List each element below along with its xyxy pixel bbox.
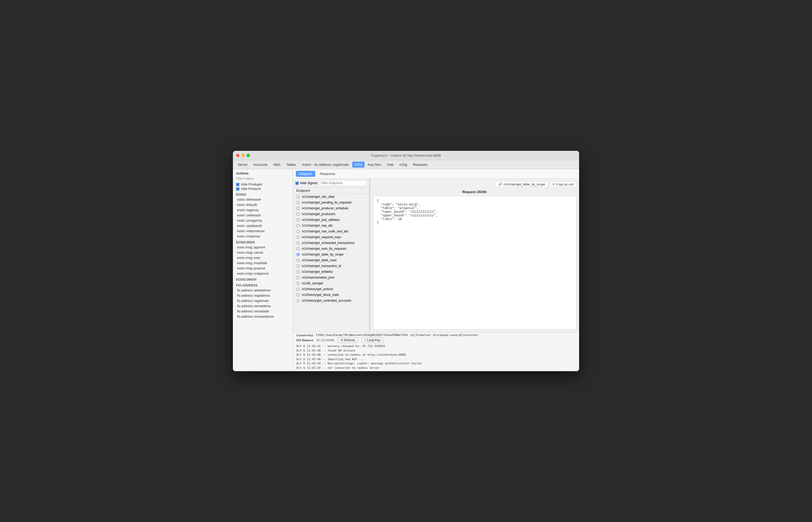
copy-curl-label: Copy as curl [556,183,574,186]
nav-tab-accounts[interactable]: Accounts [251,162,270,168]
endpoint-radio [297,270,300,274]
endpoint-radio [297,207,300,210]
right-panel: Request Response Hide Signed Endpoint [293,169,579,371]
sidebar-item-eosio.msig-approve[interactable]: eosio.msig::approve [233,245,293,250]
endpoint-item[interactable]: /v1/chain/get_obc_data [293,194,369,200]
endpoint-item[interactable]: /v1/chain/get_transaction_id [293,263,369,269]
sidebar-filter-label: Filter Actions [233,176,293,182]
endpoint-radio [297,230,300,233]
panel-tabs: Request Response [293,169,579,179]
endpoint-item[interactable]: /v1/chain/get_producer_schedule [293,205,369,211]
hide-privileged-input[interactable] [236,183,240,186]
sidebar-item-fio.address-remaddress[interactable]: fio.address::remaddress [233,303,293,309]
endpoint-path: /v1/chain/get_table_rows [302,258,337,262]
selected-endpoint-badge: 🔗 /v1/chain/get_table_by_scope [495,181,548,187]
endpoint-radio [297,224,300,227]
endpoint-item[interactable]: /v1/chain/get_pending_fio_requests [293,200,369,205]
tab-response[interactable]: Response [316,171,339,177]
endpoint-item[interactable]: /v1/history/get_actions [293,286,369,292]
endpoint-item[interactable]: /v1/chain/serialize_json [293,275,369,280]
endpoint-radio [297,264,300,268]
refresh-button[interactable]: ↺ Refresh [337,337,359,343]
traffic-lights [236,154,250,157]
nav-tab-tables[interactable]: Tables [284,162,299,168]
sidebar-item-eosio-unregproxy[interactable]: eosio::unregproxy [233,218,293,223]
hide-signed-input[interactable] [295,182,299,185]
endpoint-item[interactable]: /v1/chain/get_whitelist [293,269,369,275]
minimize-button[interactable] [241,154,245,157]
endpoint-item[interactable]: /v1/chain/get_table_by_scope [293,252,369,257]
sidebar-item-eosio.msig-invalidate[interactable]: eosio.msig::invalidate [233,260,293,266]
filter-endpoints-input[interactable] [319,180,367,186]
sidebar-item-eosio-voteproducer[interactable]: eosio::voteproducer [233,228,293,234]
load-key-button[interactable]: ↑ Load Key [361,337,384,343]
window-title: Cryptonym - nodeos @ http://wintermute:8… [371,154,441,157]
endpoint-item[interactable]: /v1/chain/get_scheduled_transactions [293,240,369,246]
endpoint-radio [297,236,300,239]
hide-producer-input[interactable] [236,187,240,191]
refresh-icon: ↺ [341,338,343,342]
copy-icon: ⎘ [553,183,555,186]
endpoint-item[interactable]: /v1/chain/get_required_keys [293,234,369,240]
hide-producer-checkbox[interactable]: Hide Producer [236,187,290,191]
nav-tab-requests[interactable]: Requests [410,162,430,168]
endpoint-item[interactable]: /v1/chain/get_table_rows [293,257,369,263]
sidebar-item-eosio.msig-propose[interactable]: eosio.msig::propose [233,266,293,271]
sidebar-item-eosio.msig-cancel[interactable]: eosio.msig::cancel [233,250,293,255]
endpoint-item[interactable]: /v1/history/get_controlled_accounts [293,298,369,303]
sidebar-item-eosio.msig-unapprove[interactable]: eosio.msig::unapprove [233,271,293,276]
sidebar-item-fio.address-remalladdr[interactable]: fio.address::remalladdr [233,309,293,314]
request-json-viewer[interactable]: { "code": "eosio.msig", "table": "propos… [373,196,576,329]
endpoint-path: /v1/chain/get_pending_fio_requests [302,201,351,204]
sidebar-item-fio.address-regaddress[interactable]: fio.address::regaddress [233,293,293,298]
endpoint-item[interactable]: /v1/chain/get_raw_code_and_abi [293,228,369,234]
request-panel: 🔗 /v1/chain/get_table_by_scope ⎘ Copy as… [370,179,579,332]
endpoint-item[interactable]: /v1/chain/get_pub_address [293,217,369,223]
nav-tab-vote[interactable]: Vote [384,162,396,168]
nav-tab-action---fio-address--regdomain[interactable]: Action - fio.address::regdomain [299,162,352,168]
nav-tab-apis[interactable]: APIs [352,162,365,168]
nav-tab-server[interactable]: Server [235,162,250,168]
sidebar-item-eosio-deleteauth[interactable]: eosio::deleteauth [233,197,293,202]
sidebar-item-fio.address-renewaddress[interactable]: fio.address::renewaddress [233,314,293,319]
nav-tab-key-gen[interactable]: Key Gen [365,162,384,168]
sidebar-item-fio.address-regdomain[interactable]: fio.address::regdomain [233,298,293,303]
endpoint-radio [297,287,300,291]
nav-tab-abis[interactable]: ABIs [271,162,283,168]
hide-producer-label: Hide Producer [241,187,261,191]
log-entry: Oct 6 11:42:42 -- balance changed by: 87… [297,344,576,348]
panel-body: Hide Signed Endpoint /v1/chain/get_obc_d… [293,179,579,332]
sidebar-item-eosio-unlinkauth[interactable]: eosio::unlinkauth [233,213,293,218]
hide-signed-checkbox[interactable]: Hide Signed [295,181,317,185]
refresh-label: Refresh [344,338,355,342]
endpoint-item[interactable]: /v1/chain/get_sent_fio_requests [293,246,369,252]
copy-as-curl-button[interactable]: ⎘ Copy as curl [550,182,576,187]
request-toolbar: 🔗 /v1/chain/get_table_by_scope ⎘ Copy as… [373,181,576,187]
key-alias2: blockpane-owner@fiotestnet [433,334,478,337]
sidebar-item-eosio-voteproxy[interactable]: eosio::voteproxy [233,234,293,239]
endpoint-item[interactable]: /v1/chain/get_raw_abi [293,223,369,228]
endpoint-item[interactable]: /v1/db_size/get [293,280,369,286]
endpoint-item[interactable]: /v1/chain/get_producers [293,211,369,217]
nav-bar: ServerAccountsABIsTablesAction - fio.add… [233,160,579,169]
request-json-label: Request JSON: [373,190,576,194]
maximize-button[interactable] [246,154,250,157]
endpoint-radio [297,201,300,204]
sidebar-section-fio.address: FIO.ADDRESS [233,282,293,288]
sidebar-item-eosio.msig-exec[interactable]: eosio.msig::exec [233,255,293,260]
tab-request[interactable]: Request [296,171,315,177]
sidebar-item-fio.address-addaddress[interactable]: fio.address::addaddress [233,288,293,293]
log-entry: Oct 6 11:42:40 -- Importing new WIF ... [297,357,576,362]
selected-endpoint-path: /v1/chain/get_table_by_scope [504,183,545,186]
nav-tab-msig[interactable]: mSig [397,162,410,168]
sidebar-item-eosio-regproxy[interactable]: eosio::regproxy [233,207,293,213]
hide-privileged-checkbox[interactable]: Hide Privileged [236,183,290,186]
sidebar-item-eosio-linkauth[interactable]: eosio::linkauth [233,202,293,207]
endpoint-item[interactable]: /v1/history/get_block_txids [293,292,369,298]
close-button[interactable] [236,154,240,157]
endpoint-path: /v1/chain/get_obc_data [302,195,334,199]
endpoint-path: /v1/chain/get_producers [302,212,336,216]
endpoints-list: /v1/chain/get_obc_data/v1/chain/get_pend… [293,194,369,332]
endpoints-column-header: Endpoint [293,188,369,194]
sidebar-item-eosio-updateauth[interactable]: eosio::updateauth [233,223,293,228]
